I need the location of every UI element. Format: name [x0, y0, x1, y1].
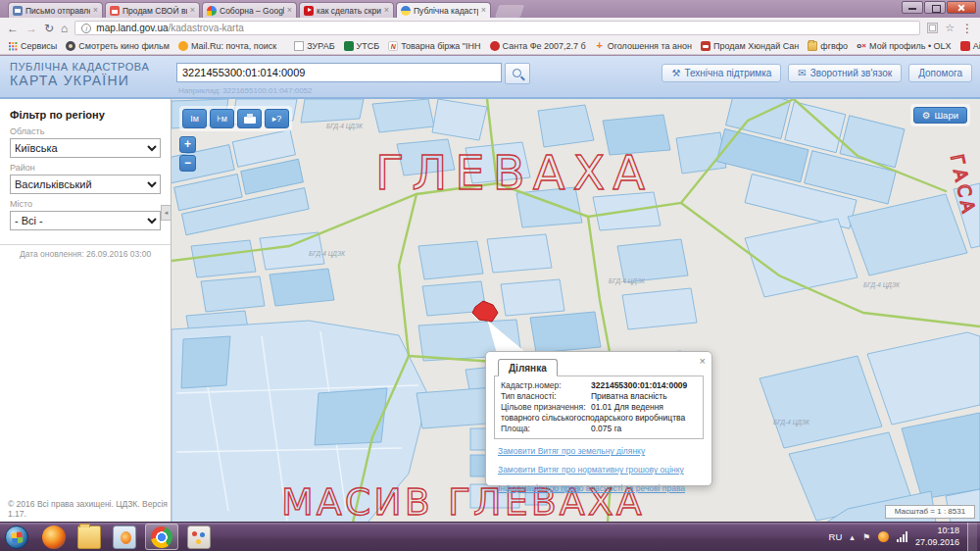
- sidebar-collapse-icon[interactable]: ◄: [161, 205, 171, 221]
- identify-button[interactable]: ▸?: [265, 109, 289, 128]
- maximize-button[interactable]: [924, 1, 946, 14]
- layers-button[interactable]: ⚙ Шари: [913, 107, 967, 124]
- utsb-icon: [344, 41, 354, 51]
- bookmark-birzha[interactable]: NТоварна біржа "ІНН: [388, 41, 480, 51]
- bookmark-mailru[interactable]: Mail.Ru: почта, поиск: [178, 41, 276, 51]
- zoom-in-button[interactable]: +: [179, 136, 196, 153]
- windows-taskbar: RU ▴ ⚑ 10:18 27.09.2016: [0, 522, 980, 551]
- paint-icon[interactable]: [187, 526, 211, 549]
- minimize-button[interactable]: [902, 1, 923, 14]
- tech-support-button[interactable]: ⚒ Технічна підтримка: [662, 64, 781, 82]
- time: 10:18: [915, 526, 959, 537]
- new-tab-button[interactable]: [495, 5, 524, 18]
- clock[interactable]: 10:18 27.09.2016: [915, 526, 959, 548]
- back-icon[interactable]: ←: [7, 23, 19, 34]
- copyright: © 2016 Всі права захищені. ЦДЗК. Версія …: [8, 499, 171, 519]
- area: 0.075 га: [591, 424, 621, 433]
- bookmark-star-icon[interactable]: ☆: [945, 22, 955, 34]
- bookmark-utsb[interactable]: УТСБ: [344, 41, 380, 51]
- network-icon[interactable]: [897, 531, 907, 542]
- feedback-button[interactable]: ✉ Зворотний зв'язок: [788, 64, 902, 82]
- tab-prodam[interactable]: Продам СВОЙ видовой ×: [105, 2, 200, 18]
- tab-title: Письмо отправлено - П: [25, 6, 90, 16]
- tab-title: Публічна кадастрова ка: [414, 6, 478, 16]
- parcel-label: БГД-4 ЦДЗК: [326, 123, 364, 130]
- site-info-icon[interactable]: i: [81, 24, 91, 33]
- bookmark-kino[interactable]: Смотреть кино фильм: [66, 41, 170, 51]
- measure-area-button[interactable]: ⊦м: [210, 109, 234, 128]
- close-icon[interactable]: ×: [384, 6, 389, 15]
- home-icon[interactable]: ⌂: [61, 23, 68, 34]
- parcel-label: БГД-4 ЦДЗК: [863, 281, 901, 289]
- parcel-label: БГД-4 ЦДЗК: [609, 277, 646, 285]
- address-bar[interactable]: i map.land.gov.ua/kadastrova-karta: [74, 21, 920, 35]
- print-button[interactable]: [237, 109, 262, 128]
- bookmark-zurab[interactable]: ЗУРАБ: [294, 41, 334, 51]
- close-icon[interactable]: ×: [481, 6, 486, 15]
- firefox-icon[interactable]: [42, 526, 66, 549]
- window-controls: [901, 1, 976, 14]
- map-container: ГЛЕВАХА МАСИВ ГЛЕВАХА ГАСА БГД-4 ЦДЗК БГ…: [172, 99, 980, 522]
- reload-icon[interactable]: ↻: [44, 23, 54, 34]
- chrome-menu-icon[interactable]: ⋮: [961, 22, 973, 35]
- language-indicator[interactable]: RU: [829, 531, 843, 542]
- url-path: /kadastrova-karta: [169, 23, 244, 33]
- close-icon[interactable]: ×: [190, 6, 195, 15]
- measure-line-button[interactable]: Ім: [182, 109, 207, 128]
- site-logo[interactable]: ПУБЛІЧНА КАДАСТРОВА КАРТА УКРАЇНИ: [10, 61, 149, 88]
- olx-icon: o×: [857, 41, 866, 51]
- bookmark-servisy[interactable]: Сервисы: [8, 41, 57, 51]
- ownership-info-link[interactable]: Інформація про право власності та речові…: [498, 483, 700, 493]
- bookmarks-bar: Сервисы Смотреть кино фильм Mail.Ru: поч…: [0, 38, 980, 55]
- bookmark-hyundai[interactable]: Продам Хюндай Сан: [701, 41, 799, 51]
- site-header: ПУБЛІЧНА КАДАСТРОВА КАРТА УКРАЇНИ Наприк…: [0, 56, 980, 99]
- tab-title: Продам СВОЙ видовой: [122, 6, 187, 16]
- order-extract-link[interactable]: Замовити Витяг про земельну ділянку: [498, 446, 700, 456]
- show-desktop-button[interactable]: [967, 523, 977, 551]
- close-window-button[interactable]: [947, 1, 976, 14]
- rayon-label: Район: [10, 163, 161, 173]
- tab-google-maps[interactable]: Соборна – Google Карт ×: [202, 2, 297, 18]
- misto-label: Місто: [10, 199, 161, 209]
- oblast-select[interactable]: Київська: [10, 138, 161, 158]
- chrome-taskbar-button[interactable]: [145, 524, 178, 550]
- tab-youtube[interactable]: как сделать скриншот ×: [299, 2, 394, 18]
- close-icon[interactable]: ×: [93, 6, 98, 15]
- envelope-icon: ✉: [798, 68, 806, 78]
- order-valuation-link[interactable]: Замовити Витяг про нормативну грошову оц…: [498, 465, 700, 475]
- popup-tab-dilyanka[interactable]: Ділянка: [498, 359, 558, 376]
- tab-title: как сделать скриншот: [317, 6, 381, 16]
- popup-close-icon[interactable]: ×: [700, 355, 706, 367]
- bookmark-santafe[interactable]: Санта Фе 2007,2.7 б: [490, 41, 586, 51]
- date: 27.09.2016: [915, 537, 959, 549]
- bookmark-ogoloshennya[interactable]: +Оголошення та анон: [595, 41, 692, 51]
- browser-tab-strip: Письмо отправлено - П × Продам СВОЙ видо…: [0, 0, 980, 18]
- parcel-popup: × Ділянка Кадастр.номер:3221455300:01:01…: [485, 351, 712, 486]
- action-center-flag-icon[interactable]: ⚑: [862, 532, 870, 542]
- start-button[interactable]: [5, 526, 28, 549]
- tab-cadastral-map-active[interactable]: Публічна кадастрова ка ×: [396, 2, 491, 18]
- search-button[interactable]: [505, 63, 530, 84]
- bookmark-airarabia[interactable]: Air Arabia: [960, 41, 980, 51]
- media-player-icon[interactable]: [113, 526, 136, 549]
- zoom-out-button[interactable]: −: [179, 155, 196, 172]
- plus-icon: +: [595, 41, 605, 51]
- cadastral-search-input[interactable]: [176, 63, 502, 82]
- help-button[interactable]: Допомога: [908, 64, 972, 82]
- exchange-icon: N: [388, 41, 398, 51]
- explorer-icon[interactable]: [77, 526, 101, 549]
- misto-select[interactable]: - Всі -: [10, 211, 161, 230]
- bookmark-olx[interactable]: o×Мой профиль • OLX: [857, 41, 952, 51]
- forward-icon[interactable]: →: [25, 23, 37, 34]
- tray-update-icon[interactable]: [878, 531, 889, 542]
- tray-expand-icon[interactable]: ▴: [850, 532, 855, 542]
- tab-mail[interactable]: Письмо отправлено - П ×: [8, 2, 103, 18]
- rayon-select[interactable]: Васильківський: [10, 175, 161, 194]
- movie-icon: [66, 41, 75, 51]
- close-icon[interactable]: ×: [287, 6, 292, 15]
- map-toolbar: Ім ⊦м ▸?: [179, 106, 292, 131]
- home-icon: [110, 6, 120, 16]
- google-maps-icon: [207, 6, 217, 16]
- translate-icon[interactable]: [927, 23, 938, 33]
- bookmark-folder[interactable]: фгвфо: [808, 41, 848, 51]
